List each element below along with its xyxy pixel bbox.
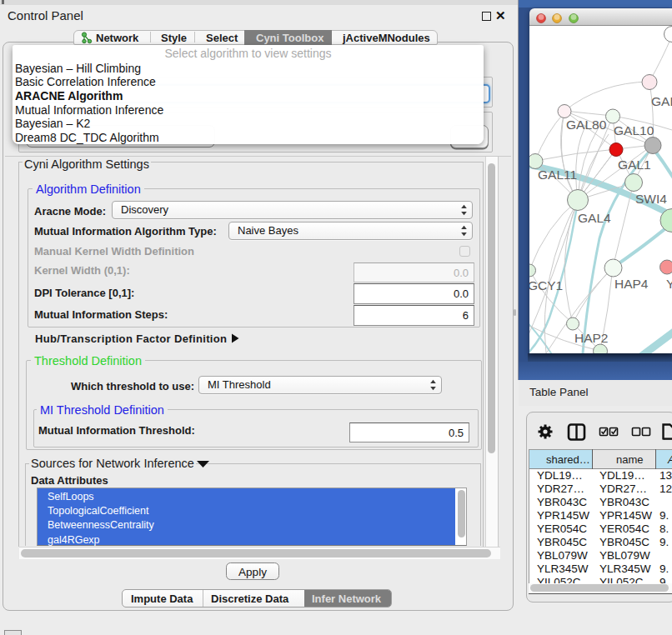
svg-text:GAL1: GAL1 xyxy=(618,158,651,172)
svg-text:GAL11: GAL11 xyxy=(538,168,577,182)
svg-text:SWI4: SWI4 xyxy=(635,192,667,206)
svg-text:GAL80: GAL80 xyxy=(566,118,607,132)
svg-text:HAP2: HAP2 xyxy=(574,331,609,345)
svg-text:GCY1: GCY1 xyxy=(529,278,563,292)
svg-text:GAL10: GAL10 xyxy=(614,123,654,138)
svg-text:HAP4: HAP4 xyxy=(614,277,649,291)
svg-text:GAL7: GAL7 xyxy=(651,94,672,108)
svg-text:GAL4: GAL4 xyxy=(578,211,611,225)
svg-text:Y: Y xyxy=(666,277,672,291)
